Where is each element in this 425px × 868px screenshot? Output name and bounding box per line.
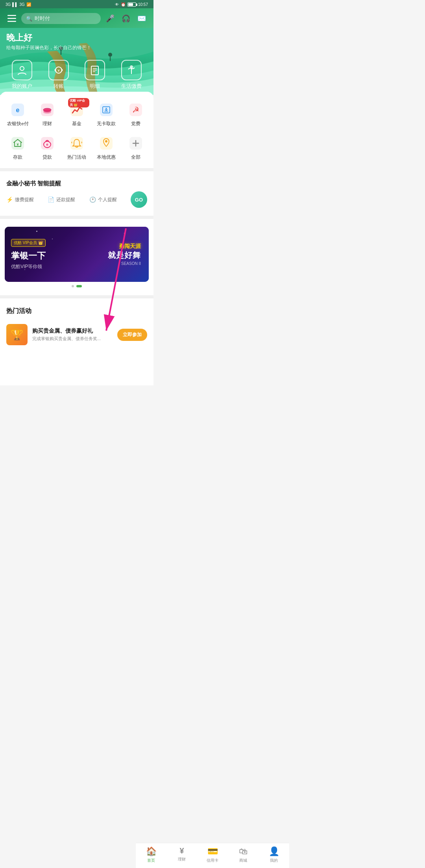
go-button[interactable]: GO bbox=[131, 191, 147, 208]
service-quick-pay[interactable]: e 农银快e付 bbox=[3, 98, 33, 131]
activity-card: 🏆 购买贵金属、债券赢好礼 完成掌银购买贵金属、债券任务奖... 立即参加 bbox=[6, 320, 147, 349]
repay-remind-icon: 📄 bbox=[48, 196, 54, 203]
mic-icon[interactable]: 🎤 bbox=[104, 12, 116, 25]
svg-text:¥: ¥ bbox=[17, 143, 19, 146]
service-fund[interactable]: 优酷 VIP会员 👑 基金 bbox=[62, 98, 92, 131]
svg-rect-36 bbox=[70, 137, 83, 150]
quick-pay-label: 农银快e付 bbox=[7, 121, 28, 127]
eye-icon: 👁 bbox=[115, 2, 119, 7]
loan-label: 贷款 bbox=[42, 154, 52, 160]
header-bar: 🔍 时时付 🎤 🎧 ✉️ bbox=[0, 8, 153, 29]
service-loan[interactable]: e 贷款 bbox=[33, 131, 62, 165]
banner-dots bbox=[5, 285, 149, 287]
detail-icon bbox=[85, 60, 105, 80]
wealth-icon bbox=[39, 101, 56, 118]
bottom-spacer bbox=[0, 355, 153, 382]
quick-actions: 我的账户 ¥ 转账 bbox=[0, 53, 153, 94]
svg-point-8 bbox=[20, 67, 24, 70]
fee-remind-text: 缴费提醒 bbox=[15, 196, 34, 203]
party-fee-label: 党费 bbox=[131, 121, 140, 127]
bill-label: 生活缴费 bbox=[121, 83, 142, 90]
fee-remind-item[interactable]: ⚡ 缴费提醒 bbox=[6, 196, 48, 203]
smart-reminder-section: 金融小秘书 智能提醒 ⚡ 缴费提醒 📄 还款提醒 🕐 个人提醒 GO bbox=[0, 174, 153, 213]
detail-label: 明细 bbox=[90, 83, 100, 90]
service-cardless[interactable]: 无卡取款 bbox=[91, 98, 121, 131]
banner-dot-1[interactable] bbox=[72, 285, 74, 287]
hot-activities-section: 热门活动 🏆 购买贵金属、债券赢好礼 完成掌银购买贵金属、债券任务奖... 立即… bbox=[0, 302, 153, 355]
activity-join-button[interactable]: 立即参加 bbox=[117, 329, 147, 341]
repay-remind-item[interactable]: 📄 还款提醒 bbox=[48, 196, 89, 203]
section-divider-2 bbox=[0, 216, 153, 219]
service-wealth[interactable]: 理财 bbox=[33, 98, 62, 131]
greeting-title: 晚上好 bbox=[6, 32, 147, 44]
activity-thumbnail: 🏆 bbox=[6, 324, 28, 345]
quick-pay-icon: e bbox=[9, 101, 26, 118]
banner-section: 优酷 VIP会员 👑 掌银一下 优酷VIP等你领 勇闯天涯 就是好舞 SEASO… bbox=[0, 222, 153, 292]
transfer-label: 转账 bbox=[54, 83, 64, 90]
hot-activities-title: 热门活动 bbox=[6, 307, 147, 315]
banner-card[interactable]: 优酷 VIP会员 👑 掌银一下 优酷VIP等你领 勇闯天涯 就是好舞 SEASO… bbox=[5, 227, 149, 282]
services-card: e 农银快e付 理财 bbox=[0, 92, 153, 385]
status-signal: 3G ▌▌ 3G 📶 bbox=[6, 2, 31, 7]
cardless-icon bbox=[98, 101, 115, 118]
cardless-label: 无卡取款 bbox=[97, 121, 116, 127]
repay-remind-text: 还款提醒 bbox=[56, 196, 75, 203]
all-label: 全部 bbox=[131, 154, 140, 160]
signal-icon: 3G bbox=[6, 2, 11, 7]
reminder-items: ⚡ 缴费提醒 📄 还款提醒 🕐 个人提醒 GO bbox=[6, 191, 147, 208]
service-party-fee[interactable]: ☭ 党费 bbox=[121, 98, 150, 131]
headset-icon[interactable]: 🎧 bbox=[120, 12, 132, 25]
fund-label: 基金 bbox=[72, 121, 81, 127]
quick-action-account[interactable]: 我的账户 bbox=[12, 60, 32, 90]
status-bar: 3G ▌▌ 3G 📶 👁 ⏰ 10:57 bbox=[0, 0, 153, 8]
deposit-icon: ¥ bbox=[9, 135, 26, 152]
svg-text:e: e bbox=[46, 143, 48, 146]
mail-icon[interactable]: ✉️ bbox=[135, 12, 148, 25]
personal-remind-text: 个人提醒 bbox=[98, 196, 117, 203]
wifi-icon: 📶 bbox=[26, 2, 31, 7]
fund-icon: 优酷 VIP会员 👑 bbox=[68, 101, 85, 118]
service-all[interactable]: 全部 bbox=[121, 131, 150, 165]
activity-info: 购买贵金属、债券赢好礼 完成掌银购买贵金属、债券任务奖... bbox=[32, 328, 113, 342]
search-bar[interactable]: 🔍 时时付 bbox=[21, 13, 101, 24]
section-divider-3 bbox=[0, 295, 153, 298]
hero-section: 🔍 时时付 🎤 🎧 ✉️ 晚上好 给每颗种子斑斓色彩，长出自己的锋芒！ 我的账 bbox=[0, 8, 153, 95]
quick-action-detail[interactable]: 明细 bbox=[85, 60, 105, 90]
svg-rect-6 bbox=[7, 18, 16, 19]
menu-icon[interactable] bbox=[6, 12, 18, 25]
section-divider-1 bbox=[0, 168, 153, 171]
new-badge: 优酷 VIP会员 👑 bbox=[68, 98, 89, 107]
quick-action-transfer[interactable]: ¥ 转账 bbox=[48, 60, 69, 90]
banner-dot-2[interactable] bbox=[76, 285, 82, 287]
service-local-deals[interactable]: 本地优惠 bbox=[91, 131, 121, 165]
service-deposit[interactable]: ¥ 存款 bbox=[3, 131, 33, 165]
event-sub: 就是好舞 bbox=[108, 250, 141, 261]
svg-text:☭: ☭ bbox=[132, 105, 139, 114]
account-icon bbox=[12, 60, 32, 80]
signal-bars: ▌▌ bbox=[12, 2, 18, 7]
banner-main-text: 掌银一下 bbox=[11, 250, 46, 262]
activity-title: 购买贵金属、债券赢好礼 bbox=[32, 328, 113, 335]
quick-action-bill[interactable]: 生活缴费 bbox=[121, 60, 142, 90]
hot-activity-label: 热门活动 bbox=[67, 154, 86, 160]
banner-right: 勇闯天涯 就是好舞 SEASON II bbox=[52, 243, 149, 266]
service-hot-activity[interactable]: 热门活动 bbox=[62, 131, 92, 165]
banner-sub-text: 优酷VIP等你领 bbox=[11, 263, 46, 270]
status-right: 👁 ⏰ 10:57 bbox=[115, 2, 148, 7]
personal-remind-icon: 🕐 bbox=[89, 196, 96, 203]
personal-remind-item[interactable]: 🕐 个人提醒 bbox=[89, 196, 131, 203]
alarm-icon: ⏰ bbox=[121, 2, 126, 7]
transfer-icon: ¥ bbox=[48, 60, 69, 80]
smart-reminder-title: 金融小秘书 智能提醒 bbox=[6, 180, 147, 187]
activity-subtitle: 完成掌银购买贵金属、债券任务奖... bbox=[32, 336, 113, 342]
wealth-label: 理财 bbox=[42, 121, 52, 127]
greeting-subtitle: 给每颗种子斑斓色彩，长出自己的锋芒！ bbox=[6, 44, 147, 51]
svg-rect-11 bbox=[91, 66, 98, 75]
local-deals-label: 本地优惠 bbox=[97, 154, 116, 160]
search-icon: 🔍 bbox=[26, 16, 32, 22]
banner-left: 优酷 VIP会员 👑 掌银一下 优酷VIP等你领 bbox=[5, 232, 52, 276]
svg-text:¥: ¥ bbox=[57, 68, 60, 72]
party-fee-icon: ☭ bbox=[127, 101, 144, 118]
hot-activity-icon bbox=[68, 135, 85, 152]
svg-rect-5 bbox=[7, 15, 16, 16]
